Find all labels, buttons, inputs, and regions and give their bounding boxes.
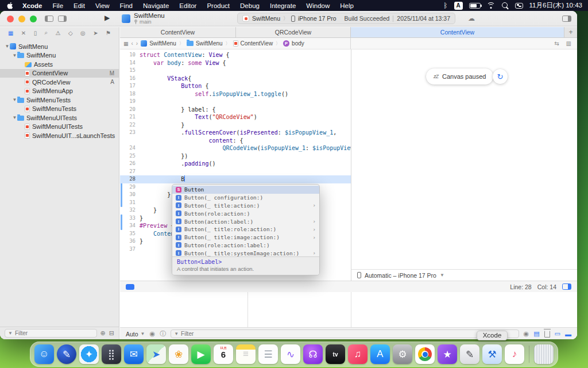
line-number[interactable]: 34 [120,222,140,230]
input-method-icon[interactable]: A [454,2,463,10]
star-app-icon[interactable]: ★ [438,344,457,364]
navigator-item-swiftmenuuitests[interactable]: ▼SwiftMenuUITests [0,113,119,122]
completion-item[interactable]: IButton(_ title:action:)› [172,202,319,210]
navigator-item-swiftmenutests[interactable]: ▼SwiftMenuTests [0,95,119,105]
menu-item-product[interactable]: Product [202,2,235,9]
view-eye-icon[interactable]: ◉ [150,330,156,338]
menu-item-window[interactable]: Window [301,2,335,9]
launchpad-icon[interactable]: ⣿ [102,344,121,364]
appstore-icon[interactable]: A [370,344,390,364]
console-filter-input[interactable] [181,331,516,337]
trash-icon[interactable] [534,344,554,364]
facetime-icon[interactable]: ▶ [191,344,211,364]
blue-app-icon[interactable]: ✎ [57,344,76,364]
notes-icon[interactable]: ≡ [236,344,256,364]
line-number[interactable]: 37 [120,246,140,254]
line-number[interactable]: 19 [120,98,140,106]
menu-item-find[interactable]: Find [115,2,138,9]
find-navigator-icon[interactable]: ⌕ [45,29,48,36]
menu-item-help[interactable]: Help [335,2,359,9]
code-line-28[interactable]: 28 B [120,175,351,183]
debug-navigator-icon[interactable]: ◎ [80,30,86,36]
control-center-icon[interactable] [515,3,523,9]
navigator-item-swiftmenu[interactable]: ▼SwiftMenu [0,51,119,60]
completion-item[interactable]: IButton(_ title:role:action:)› [172,225,319,233]
jump-bar-item-contentview[interactable]: ContentView [233,40,273,47]
code-line-22[interactable]: 22 } [120,121,351,129]
freeform-icon[interactable]: ∿ [281,344,300,364]
line-number[interactable]: 17 [120,82,140,90]
navigator-item-swiftmenutests[interactable]: SwiftMenuTests [0,105,119,114]
line-number[interactable]: 16 [120,75,140,83]
jump-bar-item-swiftmenu[interactable]: SwiftMenu [141,40,176,47]
pencil-app-icon[interactable]: ✎ [460,344,479,364]
code-line-27[interactable]: 27 [120,168,351,176]
code-line-wrap[interactable]: content: { [120,137,351,145]
completion-item[interactable]: IButton(role:action:label:) [172,241,319,250]
wifi-icon[interactable] [487,2,496,9]
line-number[interactable] [120,137,140,145]
maps-icon[interactable]: ➤ [146,344,166,364]
line-number[interactable]: 29 [120,183,140,191]
navigator-item-swiftmenuapp[interactable]: SwiftMenuApp [0,87,119,96]
issues-navigator-icon[interactable]: ⚠ [56,30,61,36]
reminders-icon[interactable]: ☰ [258,344,278,364]
completion-item[interactable]: IButton(_ title:systemImage:action:)› [172,249,319,256]
menu-item-navigate[interactable]: Navigate [138,2,174,9]
info-icon[interactable]: ⓘ [160,329,166,338]
zoom-window-button[interactable] [30,16,37,22]
line-number[interactable]: 10 [120,51,140,59]
inspector-toggle-icon[interactable] [562,283,571,290]
settings-icon[interactable]: ⚙ [393,344,412,364]
build-status-area[interactable]: Build Succeeded 2025/11/04 at 13:37 [345,15,450,22]
code-line-15[interactable]: 15 [120,67,351,75]
code-line-17[interactable]: 17 Button { [120,82,351,90]
related-items-icon[interactable]: ▦ [123,41,129,47]
media-note-icon[interactable]: ♪ [505,344,524,364]
menu-item-xcode[interactable]: Xcode [17,2,48,9]
completion-item[interactable]: IButton(role:action:) [172,209,319,217]
jump-bar-item-swiftmenu[interactable]: SwiftMenu [187,40,223,47]
project-navigator-icon[interactable]: ▦ [8,30,13,36]
battery-icon[interactable] [469,3,481,9]
line-number[interactable]: 27 [120,168,140,176]
menu-item-edit[interactable]: Edit [68,2,90,9]
code-line-16[interactable]: 16 VStack{ [120,75,351,83]
line-number[interactable]: 18 [120,90,140,98]
editor-options-icon[interactable] [562,16,571,22]
calendar-icon[interactable]: 11月6 [214,344,233,364]
navigator-item-swiftmenu[interactable]: ▼SwiftMenu [0,42,119,51]
toggle-navigator-icon[interactable] [45,16,53,22]
code-line-14[interactable]: 14 var body: some View { [120,59,351,67]
console-pane-toggle-icon[interactable]: ▬ [565,331,571,338]
spotlight-icon[interactable] [502,2,509,9]
line-number[interactable]: 15 [120,67,140,75]
canvas-adjust-icon[interactable]: ⇆ [554,40,559,47]
cloud-status-icon[interactable]: ☁ [468,14,475,22]
line-number[interactable]: 22 [120,121,140,129]
line-number[interactable]: 14 [120,59,140,67]
podcasts-icon[interactable]: ☊ [303,344,323,364]
clear-console-icon[interactable] [544,331,550,338]
xcode-icon[interactable]: ⚒ [482,344,502,364]
code-line-24[interactable]: 24 QRCodeView(isPopupView_1: $isPopupVie… [120,144,351,152]
mail-icon[interactable]: ✉ [124,344,144,364]
navigator-filter-field[interactable]: ▼ [5,329,97,338]
toggle-editor-layout-icon[interactable] [58,16,67,22]
menu-item-editor[interactable]: Editor [174,2,202,9]
editor-tab-contentview[interactable]: ContentView [120,27,236,37]
disclosure-triangle[interactable]: ▼ [12,115,17,120]
completion-item[interactable]: SButton [172,186,319,194]
bluetooth-icon[interactable]: ᛒ [443,2,447,10]
code-line-23[interactable]: 23 .fullScreenCover(isPresented: $isPopu… [120,129,351,137]
scheme-name[interactable]: SwiftMenu [252,15,280,22]
code-line-19[interactable]: 19 [120,98,351,106]
editor-tab-contentview[interactable]: ContentView [351,27,564,37]
line-number[interactable]: 25 [120,152,140,160]
code-line-18[interactable]: 18 self.isPopupView_1.toggle() [120,90,351,98]
line-number[interactable]: 28 [120,175,140,183]
line-number[interactable]: 20 [120,106,140,114]
music-icon[interactable]: ♫ [348,344,368,364]
navigator-item-swiftmenuuit...slaunchtests[interactable]: SwiftMenuUIT...sLaunchTests [0,131,119,140]
source-control-navigator-icon[interactable]: ✕ [21,30,26,36]
